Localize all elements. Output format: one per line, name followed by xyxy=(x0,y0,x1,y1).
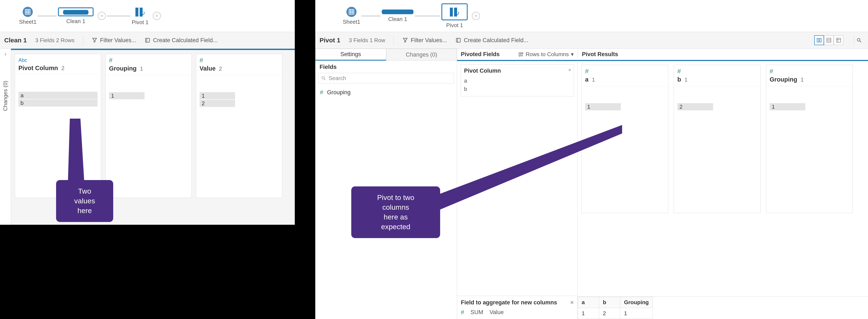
field-name: Pivot Column xyxy=(19,65,58,71)
annotation-bubble-left: Two values here xyxy=(56,180,113,222)
results-data-grid: abGrouping121 xyxy=(578,296,868,319)
tab-label: Settings xyxy=(340,51,361,58)
flow-node-clean1[interactable]: Clean 1 xyxy=(58,7,94,25)
flow-node-pivot1[interactable]: ↻ Pivot 1 xyxy=(441,3,468,29)
value-row[interactable]: 2 xyxy=(199,100,235,107)
result-profile-card[interactable]: # b 1 2 xyxy=(674,65,761,213)
flow-node-label: Pivot 1 xyxy=(446,22,463,29)
step-header: Pivot 1 3 Fields 1 Row Filter Values... … xyxy=(315,32,868,49)
svg-marker-7 xyxy=(68,119,85,188)
filter-icon xyxy=(92,37,98,43)
value-row[interactable]: 1 xyxy=(199,92,235,99)
svg-point-23 xyxy=(857,38,860,41)
flow-connector xyxy=(107,16,130,16)
value-row[interactable]: 1 xyxy=(109,92,145,99)
view-mode-group xyxy=(814,35,843,45)
profile-card[interactable]: # Grouping 1 1 xyxy=(105,54,192,198)
annotation-pointer xyxy=(415,125,626,214)
svg-rect-16 xyxy=(819,38,821,42)
value-row[interactable]: 2 xyxy=(677,103,713,110)
view-profile-button[interactable] xyxy=(814,35,824,45)
flow-connector xyxy=(38,16,57,16)
grid-cell[interactable]: 1 xyxy=(578,308,599,319)
number-type-icon: # xyxy=(585,67,589,75)
flow-node-sheet1[interactable]: Sheet1 xyxy=(19,7,36,25)
search-placeholder: Search xyxy=(329,75,346,82)
flow-node-pivot1[interactable]: ↻ Pivot 1 xyxy=(132,6,149,26)
settings-tabs: Settings Changes (0) xyxy=(315,49,457,61)
changes-sidebar[interactable]: › Changes (0) xyxy=(0,49,11,225)
search-button[interactable] xyxy=(854,35,864,45)
fields-search-input[interactable]: Search xyxy=(318,73,454,83)
pivoted-field-card[interactable]: × Pivot Column ab xyxy=(460,64,574,96)
filter-label: Filter Values... xyxy=(100,37,136,44)
grid-header[interactable]: a xyxy=(578,297,599,308)
view-list-button[interactable] xyxy=(824,35,834,45)
flow-node-clean1[interactable]: Clean 1 xyxy=(382,9,413,23)
profile-pane: Abc Pivot Column 2 ab # Grouping 1 1 # V… xyxy=(11,49,295,225)
grid-cell[interactable]: 2 xyxy=(599,308,620,319)
results-title: Pivot Results xyxy=(582,51,618,58)
datasource-icon xyxy=(346,7,356,17)
field-value-count: 2 xyxy=(219,65,222,72)
svg-rect-13 xyxy=(457,38,460,42)
result-profile-card[interactable]: # Grouping 1 1 xyxy=(766,65,853,213)
pivoted-value: a xyxy=(464,77,570,85)
step-meta: 3 Fields 2 Rows xyxy=(35,37,74,44)
grid-header[interactable]: b xyxy=(599,297,620,308)
clean-node-selected xyxy=(58,7,94,16)
data-table[interactable]: abGrouping121 xyxy=(578,297,653,319)
field-value-count: 1 xyxy=(592,77,595,83)
profile-card[interactable]: # Value 2 12 xyxy=(196,54,282,198)
number-type-icon: # xyxy=(461,309,464,316)
field-value-count: 1 xyxy=(140,65,143,72)
flow-connector xyxy=(362,16,380,16)
clean-icon xyxy=(63,10,88,14)
value-row[interactable]: 1 xyxy=(585,103,621,110)
datasource-icon xyxy=(23,7,33,17)
grid-header[interactable]: Grouping xyxy=(620,297,653,308)
value-row[interactable]: 1 xyxy=(770,103,805,110)
pivoted-title: Pivoted Fields xyxy=(461,51,500,58)
svg-rect-5 xyxy=(146,38,150,42)
pivoted-header: Pivoted Fields Rows to Columns ▾ xyxy=(457,49,578,61)
create-calc-field-button[interactable]: Create Calculated Field... xyxy=(455,37,528,44)
tab-changes[interactable]: Changes (0) xyxy=(386,49,457,61)
aggregate-field-name: Value xyxy=(490,309,504,316)
pivot-mode-icon xyxy=(519,52,524,57)
pivot-mode-dropdown[interactable]: Rows to Columns ▾ xyxy=(519,51,574,58)
value-row[interactable]: b xyxy=(19,99,98,107)
field-label: Grouping xyxy=(327,89,351,96)
svg-rect-8 xyxy=(349,9,354,14)
tab-settings[interactable]: Settings xyxy=(315,49,386,61)
add-step-button[interactable]: + xyxy=(98,12,106,20)
separator xyxy=(394,35,394,45)
flow-node-label: Sheet1 xyxy=(19,19,36,25)
flow-connector xyxy=(415,16,440,16)
field-item[interactable]: #Grouping xyxy=(315,86,457,98)
grid-cell[interactable]: 1 xyxy=(620,308,653,319)
aggregate-field-row[interactable]: # SUM Value xyxy=(461,306,574,316)
add-step-button[interactable]: + xyxy=(472,12,480,20)
remove-agg-button[interactable]: × xyxy=(570,299,574,306)
flow-node-sheet1[interactable]: Sheet1 xyxy=(343,7,360,25)
remove-field-button[interactable]: × xyxy=(568,67,571,73)
calc-icon xyxy=(145,37,150,43)
create-calc-field-button[interactable]: Create Calculated Field... xyxy=(145,37,218,44)
pivoted-field-values: ab xyxy=(464,77,570,93)
filter-values-button[interactable]: Filter Values... xyxy=(402,37,447,44)
flow-node-label: Pivot 1 xyxy=(132,19,149,26)
pivot-mode-label: Rows to Columns xyxy=(526,51,569,58)
field-type-icon: Abc xyxy=(19,57,27,63)
chevron-right-icon[interactable]: › xyxy=(4,51,6,57)
field-value-count: 2 xyxy=(61,65,64,71)
value-row[interactable]: a xyxy=(19,92,98,99)
search-icon xyxy=(856,37,862,43)
svg-rect-28 xyxy=(521,53,523,54)
filter-values-button[interactable]: Filter Values... xyxy=(92,37,136,44)
view-grid-button[interactable] xyxy=(834,35,843,45)
add-step-button[interactable]: + xyxy=(153,12,161,20)
search-icon xyxy=(321,76,326,81)
pivot-node-selected: ↻ xyxy=(441,3,468,20)
field-name: a xyxy=(585,76,588,83)
